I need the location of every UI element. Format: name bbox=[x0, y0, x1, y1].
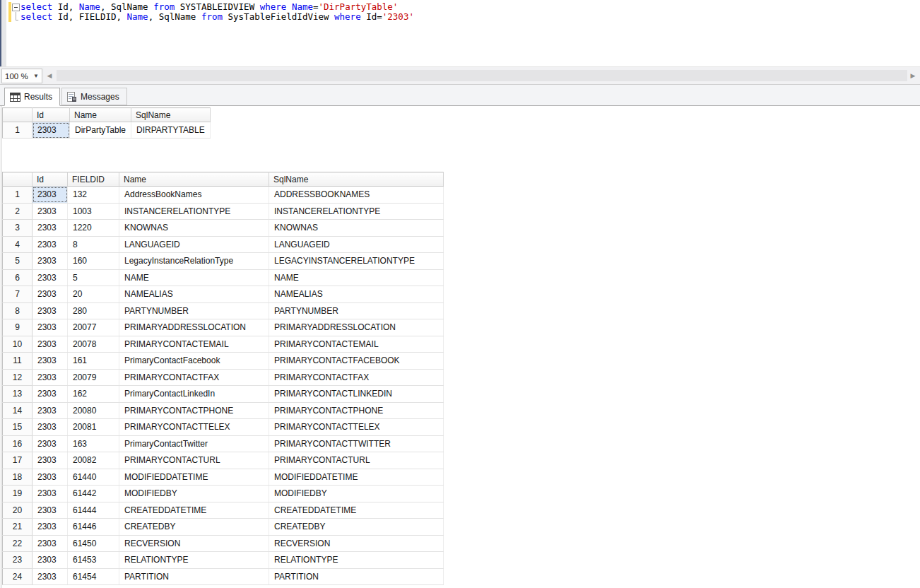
sql-query-text[interactable]: select Id, Name, SqlName from SYSTABLEID… bbox=[20, 2, 414, 22]
grid-cell[interactable]: 280 bbox=[68, 302, 119, 319]
editor-zoom-select[interactable]: 100 % ▼ bbox=[1, 69, 42, 83]
row-header[interactable]: 24 bbox=[3, 568, 33, 585]
grid-cell[interactable]: PARTITION bbox=[269, 568, 444, 585]
row-header[interactable]: 10 bbox=[3, 336, 33, 353]
grid-cell[interactable]: 5 bbox=[68, 269, 119, 286]
grid-cell[interactable]: 132 bbox=[68, 187, 119, 204]
grid-cell[interactable]: 2303 bbox=[33, 187, 68, 204]
grid-cell[interactable]: RELATIONTYPE bbox=[119, 552, 269, 569]
grid-cell[interactable]: CREATEDBY bbox=[269, 519, 444, 536]
grid-cell[interactable]: LEGACYINSTANCERELATIONTYPE bbox=[269, 253, 444, 270]
row-header[interactable]: 23 bbox=[3, 552, 33, 569]
grid-cell[interactable]: 20 bbox=[68, 286, 119, 303]
grid-cell[interactable]: 20077 bbox=[68, 319, 119, 336]
grid-cell[interactable]: DIRPARTYTABLE bbox=[131, 122, 211, 139]
grid-cell[interactable]: 2303 bbox=[33, 402, 68, 419]
grid-cell[interactable]: NAME bbox=[269, 269, 444, 286]
grid-cell[interactable]: 2303 bbox=[33, 302, 68, 319]
grid-cell[interactable]: 2303 bbox=[33, 319, 68, 336]
scroll-right-icon[interactable]: ▶ bbox=[907, 67, 919, 84]
row-header[interactable]: 15 bbox=[3, 419, 33, 436]
grid-cell[interactable]: 20079 bbox=[68, 369, 119, 386]
grid-cell[interactable]: PrimaryContactTwitter bbox=[119, 435, 269, 452]
scroll-left-icon[interactable]: ◀ bbox=[44, 67, 55, 84]
grid-cell[interactable]: 2303 bbox=[33, 552, 68, 569]
grid-cell[interactable]: 161 bbox=[68, 353, 119, 370]
grid-cell[interactable]: PRIMARYCONTACTFAX bbox=[119, 369, 269, 386]
row-header[interactable]: 9 bbox=[3, 319, 33, 336]
row-header[interactable]: 4 bbox=[3, 236, 33, 253]
grid-cell[interactable]: PRIMARYCONTACTFACEBOOK bbox=[269, 353, 444, 370]
grid-cell[interactable]: 162 bbox=[68, 386, 119, 403]
scrollbar-thumb[interactable] bbox=[57, 70, 907, 81]
grid-cell[interactable]: 2303 bbox=[33, 336, 68, 353]
row-header[interactable]: 16 bbox=[3, 435, 33, 452]
code-fold-collapse-icon[interactable] bbox=[12, 4, 20, 11]
grid-cell[interactable]: 2303 bbox=[33, 435, 68, 452]
grid-cell[interactable]: 2303 bbox=[33, 469, 68, 486]
row-header[interactable]: 8 bbox=[3, 302, 33, 319]
grid-cell[interactable]: LANGUAGEID bbox=[119, 236, 269, 253]
grid-cell[interactable]: 20078 bbox=[68, 336, 119, 353]
row-header[interactable]: 19 bbox=[3, 486, 33, 502]
grid-cell[interactable]: PRIMARYCONTACTTWITTER bbox=[269, 435, 444, 452]
row-header[interactable]: 3 bbox=[3, 220, 33, 237]
grid-cell[interactable]: ADDRESSBOOKNAMES bbox=[269, 187, 444, 204]
row-header[interactable]: 20 bbox=[3, 502, 33, 519]
grid-cell[interactable]: 2303 bbox=[33, 452, 68, 469]
grid-cell[interactable]: PRIMARYCONTACTFAX bbox=[269, 369, 444, 386]
grid-cell[interactable]: PRIMARYCONTACTTELEX bbox=[269, 419, 444, 436]
row-header[interactable]: 13 bbox=[3, 386, 33, 403]
grid-cell[interactable]: 61450 bbox=[68, 535, 119, 552]
grid-cell[interactable]: 163 bbox=[68, 435, 119, 452]
grid-cell[interactable]: PRIMARYCONTACTURL bbox=[119, 452, 269, 469]
column-header[interactable]: Id bbox=[33, 172, 68, 187]
grid-cell[interactable]: 61454 bbox=[68, 568, 119, 585]
grid-cell[interactable]: NAMEALIAS bbox=[269, 286, 444, 303]
grid-cell[interactable]: 8 bbox=[68, 236, 119, 253]
grid-cell[interactable]: 2303 bbox=[33, 535, 68, 552]
grid-cell[interactable]: PrimaryContactLinkedIn bbox=[119, 386, 269, 403]
grid-cell[interactable]: RELATIONTYPE bbox=[269, 552, 444, 569]
grid-cell[interactable]: DirPartyTable bbox=[70, 122, 131, 139]
grid-cell[interactable]: 20080 bbox=[68, 402, 119, 419]
column-header[interactable]: SqlName bbox=[269, 172, 444, 187]
column-header[interactable]: Name bbox=[70, 108, 131, 122]
grid-cell[interactable]: AddressBookNames bbox=[119, 187, 269, 204]
grid-cell[interactable]: PRIMARYCONTACTEMAIL bbox=[119, 336, 269, 353]
grid-cell[interactable]: MODIFIEDBY bbox=[119, 486, 269, 502]
row-header[interactable]: 5 bbox=[3, 253, 33, 270]
row-header[interactable]: 7 bbox=[3, 286, 33, 303]
grid-cell[interactable]: RECVERSION bbox=[269, 535, 444, 552]
grid-cell[interactable]: 2303 bbox=[33, 519, 68, 536]
grid-cell[interactable]: INSTANCERELATIONTYPE bbox=[269, 203, 444, 220]
grid-cell[interactable]: KNOWNAS bbox=[269, 220, 444, 237]
grid-cell[interactable]: PRIMARYADDRESSLOCATION bbox=[269, 319, 444, 336]
grid-cell[interactable]: 2303 bbox=[33, 386, 68, 403]
grid-cell[interactable]: PARTITION bbox=[119, 568, 269, 585]
grid-cell[interactable]: 2303 bbox=[33, 286, 68, 303]
grid-cell[interactable]: KNOWNAS bbox=[119, 220, 269, 237]
grid-cell[interactable]: 2303 bbox=[33, 502, 68, 519]
row-header[interactable]: 11 bbox=[3, 353, 33, 370]
row-header[interactable]: 21 bbox=[3, 519, 33, 536]
sql-editor[interactable]: select Id, Name, SqlName from SYSTABLEID… bbox=[0, 0, 920, 66]
row-header[interactable]: 17 bbox=[3, 452, 33, 469]
grid-cell[interactable]: 61444 bbox=[68, 502, 119, 519]
row-header[interactable]: 2 bbox=[3, 203, 33, 220]
row-header[interactable]: 1 bbox=[3, 187, 33, 204]
grid-cell[interactable]: CREATEDDATETIME bbox=[119, 502, 269, 519]
row-header[interactable]: 18 bbox=[3, 469, 33, 486]
grid-cell[interactable]: CREATEDBY bbox=[119, 519, 269, 536]
grid-cell[interactable]: 1220 bbox=[68, 220, 119, 237]
grid-cell[interactable]: PrimaryContactFacebook bbox=[119, 353, 269, 370]
grid-cell[interactable]: 20081 bbox=[68, 419, 119, 436]
column-header[interactable]: Name bbox=[119, 172, 269, 187]
grid-cell[interactable]: PRIMARYCONTACTLINKEDIN bbox=[269, 386, 444, 403]
row-header[interactable]: 22 bbox=[3, 535, 33, 552]
row-header[interactable]: 14 bbox=[3, 402, 33, 419]
grid-cell[interactable]: 61446 bbox=[68, 519, 119, 536]
grid-cell[interactable]: PRIMARYCONTACTPHONE bbox=[269, 402, 444, 419]
grid-cell[interactable]: 61442 bbox=[68, 486, 119, 502]
column-header[interactable]: FIELDID bbox=[68, 172, 119, 187]
